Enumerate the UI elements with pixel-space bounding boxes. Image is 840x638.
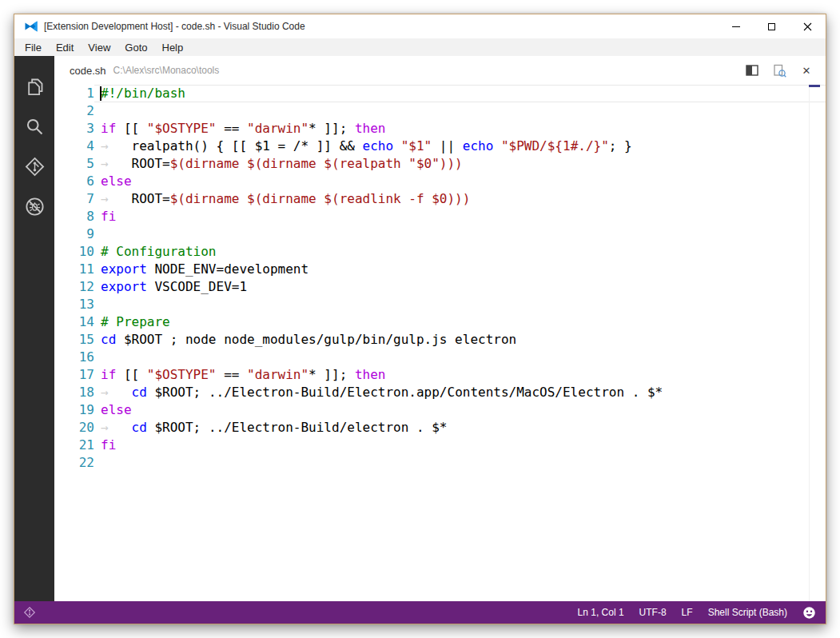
line-number[interactable]: 17 xyxy=(54,366,94,384)
tab-filename[interactable]: code.sh xyxy=(70,65,106,77)
code-line[interactable]: 19else xyxy=(54,401,826,419)
text-cursor xyxy=(100,86,102,101)
code-line[interactable]: 1#!/bin/bash xyxy=(54,85,826,102)
line-number[interactable]: 6 xyxy=(54,173,94,190)
line-number[interactable]: 21 xyxy=(54,437,94,454)
line-number[interactable]: 13 xyxy=(54,296,94,313)
minimize-icon xyxy=(732,26,740,27)
line-content: fi xyxy=(101,437,116,454)
code-line[interactable]: 20→ cd $ROOT; ../Electron-Build/electron… xyxy=(54,419,826,437)
code-editor[interactable]: 1#!/bin/bash23if [[ "$OSTYPE" == "darwin… xyxy=(54,85,826,601)
line-number[interactable]: 4 xyxy=(54,138,94,155)
open-preview-icon xyxy=(773,64,786,78)
minimize-button[interactable] xyxy=(718,14,754,38)
code-line[interactable]: 5→ ROOT=$(dirname $(dirname $(realpath "… xyxy=(54,155,826,173)
editor-actions: ✕ xyxy=(744,62,826,78)
line-number[interactable]: 7 xyxy=(54,190,94,208)
open-preview-button[interactable] xyxy=(771,62,787,78)
code-line[interactable]: 10# Configuration xyxy=(54,243,826,261)
title-bar: [Extension Development Host] - code.sh -… xyxy=(14,14,826,38)
line-content: export VSCODE_DEV=1 xyxy=(101,278,247,296)
line-number[interactable]: 14 xyxy=(54,313,94,331)
overview-ruler-cursor-marker xyxy=(809,85,820,87)
line-number[interactable]: 18 xyxy=(54,384,94,401)
line-content: else xyxy=(101,173,132,190)
code-line[interactable]: 4→ realpath() { [[ $1 = /* ]] && echo "$… xyxy=(54,138,826,155)
code-line[interactable]: 8fi xyxy=(54,208,826,225)
line-number[interactable]: 20 xyxy=(54,419,94,437)
git-icon xyxy=(24,156,46,177)
feedback-smiley-button[interactable] xyxy=(802,606,816,620)
close-editor-button[interactable]: ✕ xyxy=(798,62,814,78)
editor-title-bar: code.sh C:\Alex\src\Monaco\tools xyxy=(54,56,826,85)
line-number[interactable]: 19 xyxy=(54,401,94,419)
menu-file[interactable]: File xyxy=(14,38,49,56)
window-controls xyxy=(718,14,826,38)
line-number[interactable]: 16 xyxy=(54,349,94,366)
code-line[interactable]: 7→ ROOT=$(dirname $(dirname $(readlink -… xyxy=(54,190,826,208)
code-line[interactable]: 3if [[ "$OSTYPE" == "darwin"* ]]; then xyxy=(54,120,826,138)
code-line[interactable]: 9 xyxy=(54,225,826,243)
search-icon xyxy=(24,116,46,138)
line-number[interactable]: 9 xyxy=(54,225,94,243)
line-content: # Configuration xyxy=(101,243,217,261)
code-line[interactable]: 6else xyxy=(54,173,826,190)
code-line[interactable]: 13 xyxy=(54,296,826,313)
maximize-icon xyxy=(768,23,775,30)
line-number[interactable]: 5 xyxy=(54,155,94,173)
line-number[interactable]: 11 xyxy=(54,261,94,278)
close-button[interactable] xyxy=(790,14,826,38)
code-line[interactable]: 18→ cd $ROOT; ../Electron-Build/Electron… xyxy=(54,384,826,401)
line-number[interactable]: 1 xyxy=(54,85,94,102)
line-content: # Prepare xyxy=(101,313,170,331)
status-encoding[interactable]: UTF-8 xyxy=(639,607,667,618)
git-status-icon[interactable] xyxy=(23,606,36,619)
window-title: [Extension Development Host] - code.sh -… xyxy=(44,21,305,32)
split-editor-icon xyxy=(746,65,758,76)
line-number[interactable]: 22 xyxy=(54,454,94,472)
activitybar-item-debug[interactable] xyxy=(14,186,54,226)
line-number[interactable]: 2 xyxy=(54,102,94,120)
code-line[interactable]: 12export VSCODE_DEV=1 xyxy=(54,278,826,296)
vscode-window: [Extension Development Host] - code.sh -… xyxy=(14,14,826,624)
maximize-button[interactable] xyxy=(754,14,790,38)
vscode-logo-icon xyxy=(25,20,38,33)
line-number[interactable]: 3 xyxy=(54,120,94,138)
line-number[interactable]: 10 xyxy=(54,243,94,261)
close-editor-icon: ✕ xyxy=(802,66,811,76)
status-bar: Ln 1, Col 1UTF-8LFShell Script (Bash) xyxy=(14,601,826,624)
menu-edit[interactable]: Edit xyxy=(49,38,81,56)
menu-goto[interactable]: Goto xyxy=(117,38,154,56)
line-content: → cd $ROOT; ../Electron-Build/electron .… xyxy=(101,419,448,437)
line-content: fi xyxy=(101,208,116,225)
activity-bar xyxy=(14,56,54,601)
status-cursor-position[interactable]: Ln 1, Col 1 xyxy=(578,607,624,618)
line-number[interactable]: 12 xyxy=(54,278,94,296)
code-line[interactable]: 15cd $ROOT ; node node_modules/gulp/bin/… xyxy=(54,331,826,349)
line-number[interactable]: 8 xyxy=(54,208,94,225)
split-editor-button[interactable] xyxy=(744,62,760,78)
activitybar-item-explorer[interactable] xyxy=(14,66,54,106)
code-lines: 1#!/bin/bash23if [[ "$OSTYPE" == "darwin… xyxy=(54,85,826,472)
code-line[interactable]: 17if [[ "$OSTYPE" == "darwin"* ]]; then xyxy=(54,366,826,384)
activitybar-item-source-control[interactable] xyxy=(14,146,54,186)
code-line[interactable]: 16 xyxy=(54,349,826,366)
line-content: else xyxy=(101,401,132,419)
smiley-icon xyxy=(802,606,816,620)
status-language-mode[interactable]: Shell Script (Bash) xyxy=(708,607,787,618)
code-line[interactable]: 22 xyxy=(54,454,826,472)
code-line[interactable]: 11export NODE_ENV=development xyxy=(54,261,826,278)
activitybar-item-search[interactable] xyxy=(14,106,54,146)
debug-icon xyxy=(24,196,46,217)
line-number[interactable]: 15 xyxy=(54,331,94,349)
code-line[interactable]: 2 xyxy=(54,102,826,120)
menu-view[interactable]: View xyxy=(81,38,117,56)
code-line[interactable]: 21fi xyxy=(54,437,826,454)
menu-bar: FileEditViewGotoHelp xyxy=(14,38,826,56)
line-content: export NODE_ENV=development xyxy=(101,261,309,278)
line-content: → ROOT=$(dirname $(dirname $(readlink -f… xyxy=(101,190,470,208)
menu-help[interactable]: Help xyxy=(155,38,191,56)
status-eol[interactable]: LF xyxy=(682,607,693,618)
code-line[interactable]: 14# Prepare xyxy=(54,313,826,331)
close-icon xyxy=(803,22,812,31)
